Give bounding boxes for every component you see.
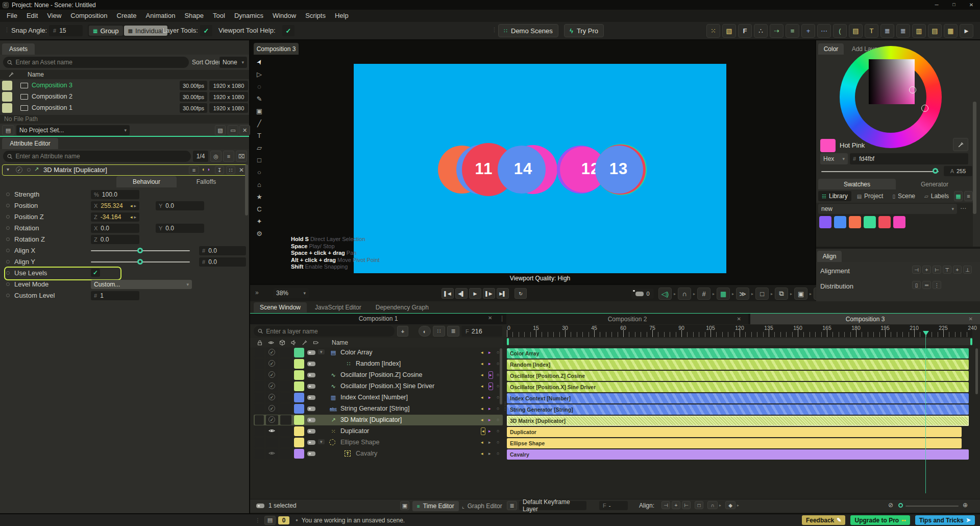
align-bottom-button[interactable]: ⊥ bbox=[963, 266, 972, 274]
clear-search-icon[interactable]: ⌧ bbox=[236, 151, 247, 162]
attribute-dot[interactable] bbox=[6, 282, 10, 286]
menu-composition[interactable]: Composition bbox=[66, 10, 112, 22]
next-keyframe-icon[interactable]: ▸ bbox=[488, 349, 491, 356]
align-right-button[interactable]: ⊢ bbox=[933, 266, 941, 274]
stagger-b-icon[interactable]: ≣ bbox=[896, 24, 910, 38]
tab-generator[interactable]: Generator bbox=[897, 179, 972, 189]
time-editor-button[interactable]: ≡ Time Editor bbox=[412, 501, 459, 511]
prev-keyframe-icon[interactable]: ◂ bbox=[481, 361, 483, 367]
kf-distribute-button[interactable]: ◆ bbox=[725, 501, 736, 509]
layer-row[interactable]: TCavalry◂▸○ bbox=[254, 448, 503, 459]
keyframe-nav[interactable]: ◂▸ bbox=[130, 214, 136, 220]
distribute-h-button[interactable]: ▯ bbox=[912, 281, 921, 289]
tag-icon[interactable] bbox=[307, 440, 315, 445]
tag-icon[interactable] bbox=[307, 362, 315, 366]
viewport-tool-help-checkbox[interactable]: ✓ bbox=[282, 25, 295, 36]
keyframe-frame-box[interactable]: F - bbox=[599, 501, 628, 510]
asset-row[interactable]: Composition 330.00fps1920 x 1080 bbox=[0, 80, 249, 91]
timeline-ruler[interactable]: 0153045607590105120135150165180195210225… bbox=[507, 325, 972, 337]
folder-icon[interactable]: ▧ bbox=[215, 125, 226, 135]
keyframe-toggle-icon[interactable]: ▣ bbox=[400, 501, 409, 510]
render-camera-icon[interactable]: ► bbox=[960, 24, 973, 38]
attribute-field[interactable]: X255.324◂▸ bbox=[91, 201, 139, 210]
asset-color-swatch[interactable] bbox=[2, 103, 12, 113]
toolbar-drag-handle[interactable]: ⋮ bbox=[4, 27, 9, 33]
keyframe-dot-icon[interactable]: ○ bbox=[497, 394, 499, 401]
pick-whip-icon[interactable]: ◎ bbox=[210, 151, 222, 162]
warning-count-badge[interactable]: 0 bbox=[278, 516, 289, 524]
level-mode-select[interactable]: Custom...▾ bbox=[91, 280, 192, 289]
dropdown-caret-icon[interactable]: ▸ bbox=[693, 292, 695, 296]
layer-name[interactable]: 3D Matrix [Duplicator] bbox=[340, 415, 402, 425]
layer-row[interactable]: ✓∷Random [Index]◂▸○ bbox=[254, 358, 503, 369]
bounds-icon[interactable]: □ bbox=[755, 288, 769, 300]
composition-icon[interactable]: ▭ bbox=[228, 125, 238, 135]
layer-row[interactable]: ✓▾▤Color Array◂▸○ bbox=[254, 347, 503, 358]
distribute-spacing-button[interactable]: ⋮ bbox=[933, 281, 941, 289]
add-attribute-icon[interactable]: ≡ bbox=[223, 151, 234, 162]
menu-view[interactable]: View bbox=[42, 10, 66, 22]
reorder-icon[interactable]: ≡ bbox=[189, 166, 199, 174]
layer-name[interactable]: Cavalry bbox=[356, 448, 377, 459]
layer-name[interactable]: Duplicator bbox=[340, 426, 369, 437]
attribute-dot[interactable] bbox=[6, 294, 10, 297]
align-slider-knob[interactable] bbox=[137, 248, 143, 253]
dropper-icon[interactable] bbox=[302, 340, 308, 346]
prev-keyframe-icon[interactable]: ◂ bbox=[481, 439, 483, 446]
trash-icon[interactable]: ✕ bbox=[239, 125, 250, 135]
layer-color-swatch[interactable] bbox=[294, 370, 304, 380]
timeline-tab-composition-2[interactable]: Composition 2✕ bbox=[506, 314, 748, 324]
expand-chevron-icon[interactable]: ▾ bbox=[318, 439, 325, 444]
tag-icon[interactable] bbox=[307, 384, 315, 389]
attribute-search-field[interactable] bbox=[15, 153, 187, 160]
layer-name[interactable]: Color Array bbox=[340, 347, 373, 358]
menu-file[interactable]: File bbox=[2, 10, 22, 22]
next-keyframe-icon[interactable]: ▸ bbox=[488, 361, 491, 367]
close-button[interactable]: ✕ bbox=[963, 0, 980, 10]
alpha-slider-knob[interactable] bbox=[933, 168, 938, 174]
align-center-h-button[interactable]: + bbox=[922, 266, 931, 274]
attribute-dot[interactable] bbox=[6, 204, 10, 207]
align-bars-icon[interactable]: ≡ bbox=[786, 24, 799, 38]
snap-angle-input[interactable]: # 15 bbox=[49, 25, 83, 36]
layer-name[interactable]: Oscillator [Position.Z] Cosine bbox=[340, 370, 422, 380]
tag-icon[interactable] bbox=[313, 340, 319, 346]
library-tab-scene[interactable]: ▯Scene bbox=[889, 191, 919, 201]
speaker-icon[interactable]: ◁) bbox=[658, 288, 672, 300]
camera-tool[interactable]: ▣ bbox=[252, 105, 267, 117]
scene-tab-javascript-editor[interactable]: JavaScript Editor bbox=[309, 302, 368, 313]
keyframe-dot-icon[interactable]: ○ bbox=[497, 439, 499, 446]
attribute-dot[interactable] bbox=[6, 193, 10, 196]
demo-scenes-button[interactable]: ∷ Demo Scenes bbox=[498, 24, 558, 37]
pin-icon[interactable]: ↧ bbox=[215, 166, 224, 174]
dropdown-caret-icon[interactable]: ▸ bbox=[713, 292, 715, 296]
range-start-handle[interactable] bbox=[507, 338, 509, 345]
tab-attribute-editor[interactable]: Attribute Editor bbox=[2, 138, 58, 149]
layer-name[interactable]: String Generator [String] bbox=[340, 403, 409, 414]
feedback-button[interactable]: Feedback✎ bbox=[802, 515, 846, 525]
statusbar-drag-handle[interactable]: ⋮ bbox=[255, 517, 260, 523]
kf-align-right-button[interactable]: ⊢ bbox=[682, 501, 691, 509]
settings-tool[interactable]: ⚙ bbox=[252, 227, 267, 240]
prev-keyframe-icon[interactable]: ◂ bbox=[481, 349, 483, 356]
prev-keyframe-icon[interactable]: ◂ bbox=[481, 383, 483, 390]
align-top-button[interactable]: ⊤ bbox=[943, 266, 951, 274]
step-forward-button[interactable]: ▌▶ bbox=[483, 288, 495, 299]
prev-keyframe-icon[interactable]: ◂ bbox=[481, 372, 483, 378]
keyframe-dot-icon[interactable]: ○ bbox=[497, 417, 499, 423]
swatch-chip[interactable] bbox=[834, 216, 846, 228]
layer-search-field[interactable] bbox=[266, 328, 390, 335]
visibility-check-icon[interactable]: ✓ bbox=[268, 394, 275, 400]
library-tab-labels[interactable]: ▱Labels bbox=[921, 191, 952, 201]
skew-tool[interactable]: ▱ bbox=[252, 141, 267, 154]
add-layer-button[interactable]: + bbox=[397, 326, 408, 337]
attribute-field[interactable]: Y0.0 bbox=[156, 201, 204, 210]
keyframe-dot-icon[interactable]: ○ bbox=[497, 405, 499, 412]
sort-order-select[interactable]: None▾ bbox=[219, 57, 247, 68]
ellipse-tool[interactable]: ○ bbox=[252, 166, 267, 178]
menu-dynamics[interactable]: Dynamics bbox=[230, 10, 268, 22]
tag-icon[interactable] bbox=[307, 395, 315, 400]
zoom-out-icon[interactable]: ⊘ bbox=[888, 501, 893, 509]
tab-color[interactable]: Color bbox=[818, 43, 844, 55]
project-set-icon[interactable]: ▤ bbox=[2, 125, 14, 135]
